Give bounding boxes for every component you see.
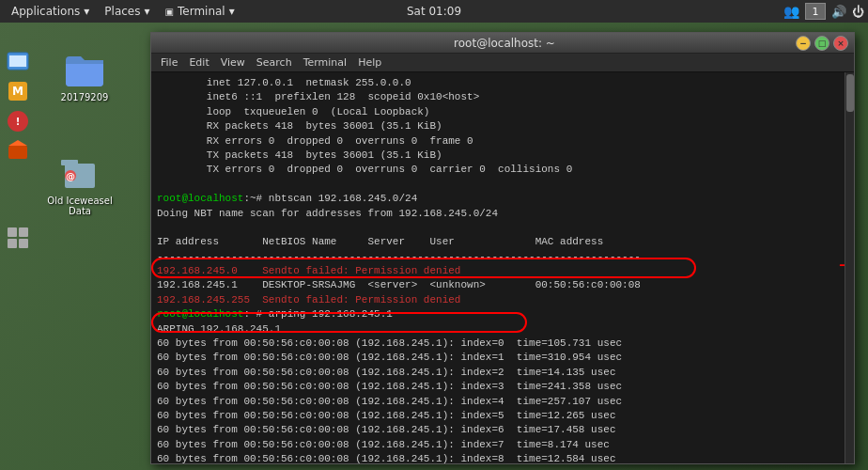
terminal-chevron: ▾ — [229, 5, 235, 18]
line-arping-7: 60 bytes from 00:50:56:c0:00:08 (192.168… — [157, 438, 848, 452]
line-arping-6: 60 bytes from 00:50:56:c0:00:08 (192.168… — [157, 423, 848, 437]
desktop: Applications ▾ Places ▾ ▣ Terminal ▾ Sat… — [0, 0, 868, 470]
svg-rect-8 — [8, 227, 17, 237]
applications-chevron: ▾ — [84, 5, 89, 18]
terminal-title: root@localhost: ~ — [213, 37, 796, 50]
svg-text:!: ! — [16, 117, 21, 127]
line-arping-8: 60 bytes from 00:50:56:c0:00:08 (192.168… — [157, 452, 848, 463]
terminal-label: Terminal — [178, 5, 225, 18]
terminal-body[interactable]: inet 127.0.0.1 netmask 255.0.0.0 inet6 :… — [151, 72, 854, 463]
line-8 — [157, 178, 848, 192]
line-arping-cmd: root@localhost:~# arping 192.168.245.1 — [157, 307, 848, 321]
terminal-menu[interactable]: ▣ Terminal ▾ — [158, 0, 242, 23]
svg-rect-1 — [9, 55, 26, 67]
line-6: TX packets 418 bytes 36001 (35.1 KiB) — [157, 149, 848, 163]
sidebar-panel: M ! — [4, 38, 32, 252]
minimize-button[interactable]: − — [796, 36, 811, 51]
taskbar-top: Applications ▾ Places ▾ ▣ Terminal ▾ Sat… — [0, 0, 868, 23]
menu-terminal[interactable]: Terminal — [298, 55, 353, 70]
svg-rect-10 — [8, 239, 17, 248]
icon2-label: Old Iceweasel Data — [47, 196, 113, 216]
places-chevron: ▾ — [145, 5, 150, 18]
maximize-button[interactable]: □ — [814, 36, 829, 51]
line-5: RX errors 0 dropped 0 overruns 0 frame 0 — [157, 134, 848, 149]
sidebar-icon-5[interactable] — [4, 224, 32, 252]
desktop-folder-icon[interactable]: 20179209 — [52, 47, 117, 102]
line-245-1: 192.168.245.1 DESKTOP-SRSAJMG <server> <… — [157, 278, 848, 292]
svg-rect-13 — [61, 160, 78, 165]
line-245-0: 192.168.245.0 Sendto failed: Permission … — [157, 264, 848, 278]
taskbar-left: Applications ▾ Places ▾ ▣ Terminal ▾ — [4, 0, 242, 23]
taskbar-clock: Sat 01:09 — [407, 5, 461, 18]
svg-text:@: @ — [66, 171, 75, 181]
line-nbtscan-info: Doing NBT name scan for addresses from 1… — [157, 207, 848, 221]
line-arping-0: 60 bytes from 00:50:56:c0:00:08 (192.168… — [157, 337, 848, 351]
places-label: Places — [104, 5, 140, 18]
line-7: TX errors 0 dropped 0 overruns 0 carrier… — [157, 163, 848, 177]
line-1: inet 127.0.0.1 netmask 255.0.0.0 — [157, 76, 848, 90]
workspace-button[interactable]: 1 — [805, 3, 826, 20]
line-4: RX packets 418 bytes 36001 (35.1 KiB) — [157, 119, 848, 133]
svg-rect-11 — [19, 239, 28, 248]
terminal-window: root@localhost: ~ − □ × File Edit View S… — [150, 32, 855, 464]
desktop-icon-2[interactable]: @ Old Iceweasel Data — [47, 150, 113, 216]
line-2: inet6 ::1 prefixlen 128 scopeid 0x10<hos… — [157, 90, 848, 104]
sidebar-icon-4[interactable] — [4, 137, 32, 165]
menu-edit[interactable]: Edit — [183, 55, 214, 70]
svg-rect-6 — [8, 146, 27, 159]
line-separator: ----------------------------------------… — [157, 250, 848, 264]
svg-text:M: M — [12, 85, 23, 98]
line-3: loop txqueuelen 0 (Local Loopback) — [157, 105, 848, 119]
terminal-controls: − □ × — [796, 36, 848, 51]
line-arping-4: 60 bytes from 00:50:56:c0:00:08 (192.168… — [157, 395, 848, 409]
close-button[interactable]: × — [833, 36, 848, 51]
terminal-icon-small: ▣ — [165, 7, 174, 17]
line-nbtscan-cmd: root@localhost:~# nbtscan 192.168.245.0/… — [157, 192, 848, 206]
applications-label: Applications — [11, 5, 80, 18]
terminal-menubar: File Edit View Search Terminal Help — [151, 54, 854, 72]
volume-icon: 🔊 — [831, 5, 846, 19]
scrollbar[interactable] — [845, 72, 854, 463]
menu-file[interactable]: File — [155, 55, 183, 70]
terminal-titlebar: root@localhost: ~ − □ × — [151, 33, 854, 54]
line-header: IP address NetBIOS Name Server User MAC … — [157, 235, 848, 249]
sidebar-icon-1[interactable] — [4, 47, 32, 75]
line-arping-2: 60 bytes from 00:50:56:c0:00:08 (192.168… — [157, 366, 848, 380]
places-menu[interactable]: Places ▾ — [97, 0, 157, 23]
line-arping-5: 60 bytes from 00:50:56:c0:00:08 (192.168… — [157, 409, 848, 423]
taskbar-right: 👥 1 🔊 ⏻ — [783, 3, 864, 20]
power-icon: ⏻ — [852, 5, 864, 19]
menu-view[interactable]: View — [215, 55, 251, 70]
sidebar-icon-2[interactable]: M — [4, 77, 32, 105]
people-icon: 👥 — [783, 4, 799, 19]
line-arping-header: ARPING 192.168.245.1 — [157, 322, 848, 337]
line-blank — [157, 221, 848, 235]
menu-help[interactable]: Help — [352, 55, 387, 70]
line-245-255: 192.168.245.255 Sendto failed: Permissio… — [157, 293, 848, 307]
applications-menu[interactable]: Applications ▾ — [4, 0, 97, 23]
line-arping-1: 60 bytes from 00:50:56:c0:00:08 (192.168… — [157, 351, 848, 365]
menu-search[interactable]: Search — [251, 55, 298, 70]
sidebar-icon-3[interactable]: ! — [4, 107, 32, 135]
scrollbar-thumb[interactable] — [846, 74, 854, 112]
line-arping-3: 60 bytes from 00:50:56:c0:00:08 (192.168… — [157, 380, 848, 394]
svg-rect-9 — [19, 227, 28, 237]
svg-marker-7 — [8, 140, 27, 146]
folder-label: 20179209 — [61, 92, 109, 102]
